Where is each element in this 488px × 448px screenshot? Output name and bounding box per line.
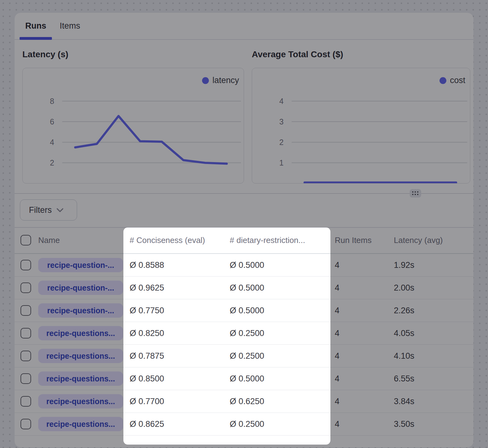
conciseness-avg: Ø 0.8500 [130, 367, 164, 390]
run-name-badge[interactable]: recipe-question-... [38, 281, 123, 295]
table-row[interactable]: recipe-questions... Ø 0.7875 Ø 0.2500 4 … [15, 345, 473, 367]
svg-text:8: 8 [50, 97, 54, 105]
tab-bar: Runs Items [15, 13, 473, 40]
conciseness-avg: Ø 0.8625 [130, 413, 164, 435]
row-checkbox[interactable] [21, 419, 31, 429]
table-row[interactable]: recipe-question-... Ø 0.9625 Ø 0.5000 4 … [15, 277, 473, 299]
tab-runs[interactable]: Runs [20, 13, 52, 39]
dietary-avg: Ø 0.6250 [230, 390, 264, 413]
svg-text:1: 1 [279, 158, 284, 167]
table-row[interactable]: recipe-question-... Ø 0.7750 Ø 0.5000 4 … [15, 299, 473, 322]
run-name-badge[interactable]: recipe-question-... [38, 258, 123, 272]
svg-text:4: 4 [50, 138, 54, 147]
latency-line-chart: 2468 [23, 68, 244, 183]
latency-avg: 4.10s [394, 345, 414, 367]
filters-button-label: Filters [29, 205, 52, 215]
run-items-count: 4 [335, 277, 339, 299]
conciseness-avg: Ø 0.8588 [130, 254, 164, 276]
conciseness-avg: Ø 0.8250 [130, 322, 164, 344]
latency-avg: 1.92s [394, 254, 414, 276]
table-row[interactable]: recipe-questions... Ø 0.8250 Ø 0.2500 4 … [15, 322, 473, 345]
run-name-badge[interactable]: recipe-questions... [38, 349, 123, 363]
column-header-name[interactable]: Name [38, 227, 60, 253]
latency-chart-title: Latency (s) [22, 49, 68, 59]
conciseness-avg: Ø 0.7750 [130, 299, 164, 322]
dietary-avg: Ø 0.5000 [230, 367, 264, 390]
grip-dots-icon [412, 191, 419, 195]
latency-chart: 2468 latency [22, 68, 244, 184]
row-checkbox[interactable] [21, 328, 31, 338]
row-checkbox[interactable] [21, 305, 31, 316]
cost-chart: 1234 cost [252, 68, 470, 184]
dietary-avg: Ø 0.2500 [230, 322, 264, 344]
table-header: Name # Conciseness (eval) # dietary-rest… [15, 227, 473, 254]
row-checkbox[interactable] [21, 373, 31, 384]
latency-avg: 2.26s [394, 299, 414, 322]
table-row[interactable]: recipe-questions... Ø 0.7700 Ø 0.6250 4 … [15, 390, 473, 413]
row-checkbox[interactable] [21, 282, 31, 293]
latency-legend-label: latency [212, 76, 239, 85]
dietary-avg: Ø 0.5000 [230, 299, 264, 322]
run-items-count: 4 [335, 413, 339, 435]
chevron-down-icon [56, 208, 64, 212]
tab-items[interactable]: Items [58, 13, 82, 39]
table-row[interactable]: recipe-questions... Ø 0.8625 Ø 0.2500 4 … [15, 413, 473, 436]
column-header-latency[interactable]: Latency (avg) [394, 227, 443, 253]
cost-legend: cost [440, 76, 465, 85]
svg-text:6: 6 [50, 117, 54, 126]
resize-drag-handle[interactable] [410, 189, 421, 198]
run-items-count: 4 [335, 390, 339, 413]
runs-panel: Runs Items Latency (s) Average Total Cos… [15, 13, 473, 447]
row-checkbox[interactable] [21, 260, 31, 270]
dietary-avg: Ø 0.5000 [230, 277, 264, 299]
dietary-avg: Ø 0.2500 [230, 413, 264, 435]
conciseness-avg: Ø 0.7875 [130, 345, 164, 367]
latency-legend: latency [202, 76, 239, 85]
conciseness-avg: Ø 0.7700 [130, 390, 164, 413]
run-items-count: 4 [335, 254, 339, 276]
svg-text:2: 2 [50, 158, 54, 167]
svg-text:2: 2 [279, 138, 284, 147]
column-header-dietary[interactable]: # dietary-restriction... [230, 227, 305, 253]
latency-avg: 4.05s [394, 322, 414, 344]
cost-legend-dot-icon [440, 77, 446, 84]
select-all-checkbox[interactable] [21, 235, 31, 245]
run-items-count: 4 [335, 299, 339, 322]
row-checkbox[interactable] [21, 396, 31, 407]
latency-avg: 3.84s [394, 390, 414, 413]
table-row[interactable]: recipe-questions... Ø 0.8500 Ø 0.5000 4 … [15, 367, 473, 390]
conciseness-avg: Ø 0.9625 [130, 277, 164, 299]
dietary-avg: Ø 0.5000 [230, 254, 264, 276]
run-name-badge[interactable]: recipe-question-... [38, 303, 123, 318]
charts-table-divider [15, 193, 473, 194]
cost-legend-label: cost [450, 76, 465, 85]
run-items-count: 4 [335, 367, 339, 390]
svg-text:4: 4 [279, 97, 284, 105]
dietary-avg: Ø 0.2500 [230, 345, 264, 367]
run-name-badge[interactable]: recipe-questions... [38, 394, 123, 408]
table-row[interactable]: recipe-question-... Ø 0.8588 Ø 0.5000 4 … [15, 254, 473, 277]
column-header-conciseness[interactable]: # Conciseness (eval) [130, 227, 205, 253]
run-name-badge[interactable]: recipe-questions... [38, 326, 123, 340]
cost-chart-title: Average Total Cost ($) [252, 49, 343, 59]
svg-text:3: 3 [279, 117, 284, 126]
latency-avg: 3.50s [394, 413, 414, 435]
row-checkbox[interactable] [21, 351, 31, 361]
run-name-badge[interactable]: recipe-questions... [38, 417, 123, 431]
latency-avg: 6.55s [394, 367, 414, 390]
latency-legend-dot-icon [202, 77, 209, 84]
run-items-count: 4 [335, 322, 339, 344]
latency-avg: 2.00s [394, 277, 414, 299]
run-items-count: 4 [335, 345, 339, 367]
cost-line-chart: 1234 [252, 68, 470, 183]
column-header-run-items[interactable]: Run Items [335, 227, 372, 253]
run-name-badge[interactable]: recipe-questions... [38, 371, 123, 386]
filters-button[interactable]: Filters [20, 199, 77, 221]
